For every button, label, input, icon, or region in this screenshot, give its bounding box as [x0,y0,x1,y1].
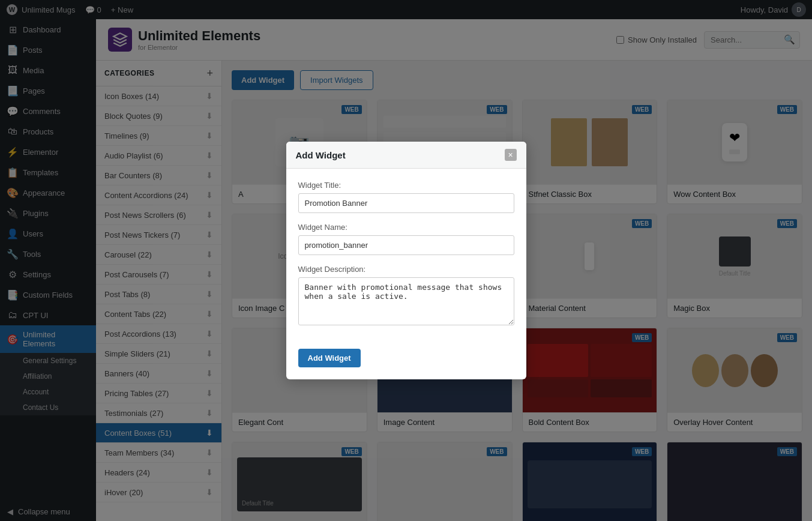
modal-footer: Add Widget [286,349,526,379]
widget-title-input[interactable] [298,193,514,213]
widget-description-textarea[interactable]: Banner with promotional message that sho… [298,277,514,325]
modal-close-button[interactable]: × [505,149,517,161]
modal-header: Add Widget × [286,142,526,169]
add-widget-modal: Add Widget × Widget Title: Widget Name: … [286,142,526,379]
widget-name-label: Widget Name: [298,223,514,232]
modal-add-widget-button[interactable]: Add Widget [298,349,361,367]
modal-overlay[interactable]: Add Widget × Widget Title: Widget Name: … [0,0,812,521]
widget-description-label: Widget Description: [298,265,514,274]
widget-name-group: Widget Name: [298,223,514,255]
widget-title-group: Widget Title: [298,181,514,213]
modal-title: Add Widget [296,150,346,160]
widget-title-label: Widget Title: [298,181,514,190]
widget-description-group: Widget Description: Banner with promotio… [298,265,514,327]
modal-body: Widget Title: Widget Name: Widget Descri… [286,169,526,349]
widget-name-input[interactable] [298,235,514,255]
